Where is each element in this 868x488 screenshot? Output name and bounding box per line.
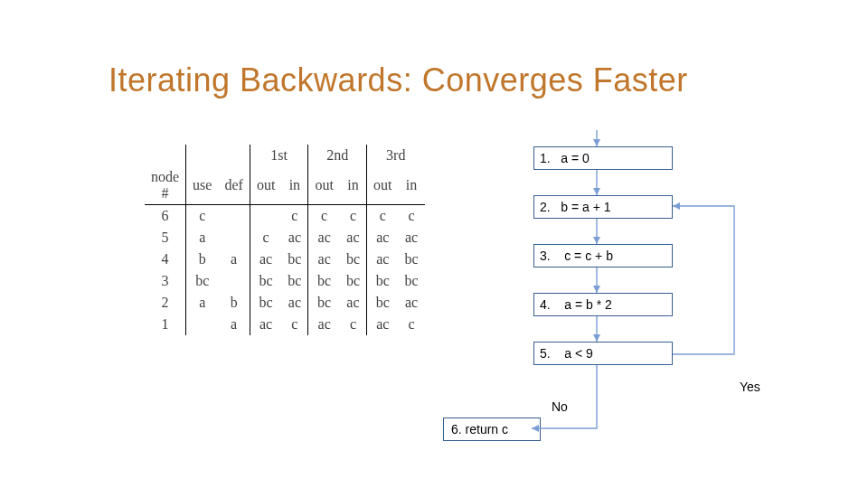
table-cell: bc [367, 270, 399, 292]
label-no: No [552, 399, 568, 414]
table-cell: c [308, 205, 340, 228]
table-cell: c [250, 227, 281, 249]
node-1: 1. a = 0 [533, 146, 673, 170]
table-cell: ac [367, 249, 399, 270]
table-cell: ac [340, 292, 367, 314]
table-cell: ac [367, 314, 399, 335]
table-cell: ac [308, 314, 340, 335]
table-cell: c [186, 205, 219, 228]
liveness-table: 1st 2nd 3rd node # use def out in out in… [145, 145, 425, 335]
table-cell [218, 270, 250, 292]
table-cell: 5 [145, 227, 186, 249]
label-yes: Yes [740, 380, 760, 394]
table-cell: ac [308, 227, 340, 249]
col-3rd: 3rd [367, 145, 425, 166]
table-cell: b [186, 249, 219, 270]
table-cell: c [281, 205, 308, 228]
table-cell [218, 227, 250, 249]
table-cell: c [340, 205, 367, 228]
table-cell [250, 205, 281, 228]
table-cell: c [281, 314, 308, 335]
hdr-in: in [340, 166, 367, 205]
col-1st: 1st [250, 145, 308, 166]
table-cell: b [218, 292, 250, 314]
table-cell: bc [398, 249, 424, 270]
node-6: 6. return c [443, 418, 541, 441]
table-cell: ac [398, 292, 424, 314]
table-cell: bc [250, 270, 281, 292]
table-cell [218, 205, 250, 228]
node-3: 3. c = c + b [533, 244, 673, 267]
table-cell: a [218, 314, 250, 335]
table-cell: bc [281, 270, 308, 292]
table-row: 2abbcacbcacbcac [145, 292, 425, 314]
table-cell: ac [281, 292, 308, 314]
hdr-out: out [308, 166, 340, 205]
node-5: 5. a < 9 [533, 342, 673, 365]
table-cell: a [186, 227, 219, 249]
table-cell: 3 [145, 270, 186, 292]
svg-marker-1 [593, 139, 600, 146]
table-row: 1aaccaccacc [145, 314, 425, 335]
hdr-use: use [186, 166, 219, 205]
col-2nd: 2nd [308, 145, 367, 166]
table-cell: 1 [145, 314, 186, 335]
table-row: 5acacacacacac [145, 227, 425, 249]
table-cell: bc [398, 270, 424, 292]
table-cell: c [398, 205, 424, 228]
page-title: Iterating Backwards: Converges Faster [108, 61, 688, 99]
table-cell: c [367, 205, 399, 228]
table-cell: c [340, 314, 367, 335]
table-cell: bc [308, 270, 340, 292]
table-cell: ac [340, 227, 367, 249]
flowchart: 1. a = 0 2. b = a + 1 3. c = c + b 4. a … [533, 146, 673, 390]
table-cell [186, 314, 219, 335]
table-cell: a [218, 249, 250, 270]
table-cell: bc [308, 292, 340, 314]
table-cell: ac [308, 249, 340, 270]
table-cell: a [186, 292, 219, 314]
table-cell: 2 [145, 292, 186, 314]
table-row: 4baacbcacbcacbc [145, 249, 425, 270]
table-cell: 6 [145, 205, 186, 228]
table-cell: bc [367, 292, 399, 314]
table-cell: ac [250, 314, 281, 335]
table-cell: bc [281, 249, 308, 270]
node-4: 4. a = b * 2 [533, 293, 673, 316]
table-cell: bc [340, 249, 367, 270]
hdr-out: out [367, 166, 399, 205]
table-cell: ac [398, 227, 424, 249]
table-cell: bc [250, 292, 281, 314]
table-cell: 4 [145, 249, 186, 270]
table-row: 3bcbcbcbcbcbcbc [145, 270, 425, 292]
hdr-in: in [281, 166, 308, 205]
table-cell: ac [367, 227, 399, 249]
hdr-node: node # [145, 166, 186, 205]
hdr-out: out [250, 166, 281, 205]
table-row: 6cccccc [145, 205, 425, 228]
table-cell: bc [186, 270, 219, 292]
svg-marker-11 [673, 202, 680, 210]
table-cell: ac [250, 249, 281, 270]
node-2: 2. b = a + 1 [533, 195, 673, 219]
table-cell: bc [340, 270, 367, 292]
hdr-in: in [398, 166, 424, 205]
hdr-def: def [218, 166, 250, 205]
table-cell: ac [281, 227, 308, 249]
table-cell: c [398, 314, 424, 335]
